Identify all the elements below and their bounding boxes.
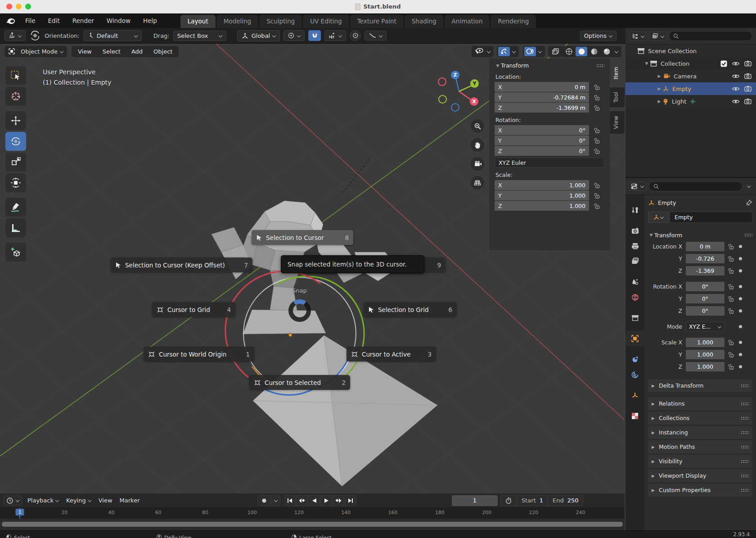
n-panel-rotation-z-field[interactable]: Z0°	[495, 146, 589, 156]
properties-tab-physics[interactable]	[626, 367, 644, 382]
auto-keying-toggle[interactable]	[257, 495, 271, 506]
play-button[interactable]	[320, 495, 332, 506]
axis-z-ball[interactable]: Z	[451, 71, 459, 79]
lock-open-icon[interactable]	[728, 308, 734, 314]
lock-open-icon[interactable]	[728, 268, 734, 274]
editor-type-dropdown[interactable]	[4, 30, 26, 41]
drag-dropdown[interactable]: Select Box	[173, 31, 226, 41]
animate-property-dot[interactable]	[739, 341, 742, 344]
disable-in-renders-toggle[interactable]	[744, 60, 752, 67]
panel-grip-icon[interactable]	[741, 474, 749, 478]
snap-settings-dropdown[interactable]	[324, 30, 346, 41]
panel-grip-icon[interactable]	[744, 233, 752, 237]
panel-grip-icon[interactable]	[741, 431, 749, 434]
animate-property-dot[interactable]	[739, 325, 742, 328]
hide-in-viewport-toggle[interactable]	[732, 73, 740, 79]
animate-property-dot[interactable]	[739, 353, 742, 356]
current-frame-field[interactable]: 1	[452, 495, 498, 506]
menu-window[interactable]: Window	[101, 15, 136, 26]
pie-item-cursor-to-selected[interactable]: Cursor to Selected2	[249, 375, 350, 390]
outliner-row-light[interactable]: ▶Light	[626, 95, 756, 108]
hide-in-viewport-toggle[interactable]	[732, 99, 740, 104]
panel-grip-icon[interactable]	[741, 460, 749, 463]
workspace-tab-texture-paint[interactable]: Texture Paint	[350, 15, 404, 28]
properties-tab-view-layer[interactable]	[626, 253, 644, 269]
xray-toggle[interactable]	[548, 46, 562, 57]
play-reverse-button[interactable]	[308, 495, 320, 506]
properties-tab-texture[interactable]	[626, 408, 644, 424]
workspace-tab-shading[interactable]: Shading	[405, 15, 444, 28]
animate-property-dot[interactable]	[739, 285, 742, 288]
pan-tool-button[interactable]	[471, 138, 484, 152]
lock-open-icon[interactable]	[594, 84, 600, 90]
properties-y-field[interactable]: 1.000	[686, 350, 724, 359]
n-panel-tab-tool[interactable]: Tool	[610, 87, 625, 107]
prev-keyframe-button[interactable]	[296, 495, 308, 506]
properties-z-field[interactable]: -1.369	[686, 266, 724, 276]
transform-panel-title[interactable]: Transform	[654, 232, 682, 239]
timeline-menu-playback[interactable]: Playback	[24, 496, 63, 505]
viewport-menu-add[interactable]: Add	[126, 47, 148, 56]
workspace-tab-animation[interactable]: Animation	[445, 15, 490, 28]
outliner-search-input[interactable]	[669, 31, 752, 41]
disclosure-right-icon[interactable]: ▶	[656, 86, 662, 91]
shading-solid-icon[interactable]	[576, 47, 587, 56]
tool-select-box-button[interactable]	[5, 66, 26, 85]
maximize-window-button[interactable]	[25, 4, 31, 9]
animate-property-dot[interactable]	[739, 297, 742, 300]
n-panel-location-y-field[interactable]: Y-0.72684 m	[495, 92, 589, 102]
axis-neg-x-ball[interactable]	[438, 77, 446, 86]
rotation-mode-dropdown[interactable]: XYZ Euler	[495, 158, 604, 167]
navigation-axis-gizmo[interactable]: Z Y X	[432, 65, 486, 119]
shading-wireframe-icon[interactable]	[563, 47, 575, 56]
panel-viewport-display[interactable]: ▶Viewport Display	[648, 469, 752, 482]
panel-motion-paths[interactable]: ▶Motion Paths	[648, 440, 752, 453]
next-keyframe-button[interactable]	[333, 495, 344, 506]
timeline-scrollbar[interactable]	[2, 522, 623, 527]
pie-item-cursor-to-world-origin[interactable]: Cursor to World Origin1	[144, 347, 254, 362]
properties-tab-render[interactable]	[626, 223, 644, 238]
properties-tab-object-data[interactable]	[626, 388, 644, 403]
workspace-tab-layout[interactable]: Layout	[180, 15, 216, 28]
workspace-tab-sculpting[interactable]: Sculpting	[259, 15, 302, 28]
pin-icon[interactable]	[746, 199, 752, 206]
panel-visibility[interactable]: ▶Visibility	[648, 455, 752, 468]
tool-move-button[interactable]	[5, 111, 26, 130]
tool-cursor-button[interactable]	[5, 87, 26, 106]
n-panel-rotation-x-field[interactable]: X0°	[495, 125, 589, 135]
properties-y-field[interactable]: -0.726	[686, 254, 724, 263]
viewport-menu-select[interactable]: Select	[97, 47, 126, 56]
n-panel-scale-z-field[interactable]: Z1.000	[495, 201, 589, 211]
camera-view-button[interactable]	[471, 157, 484, 171]
lock-open-icon[interactable]	[728, 284, 734, 289]
n-panel-tab-view[interactable]: View	[610, 111, 625, 134]
properties-mode-field[interactable]: XYZ E...	[686, 322, 724, 331]
properties-tab-world[interactable]	[626, 289, 644, 305]
lock-open-icon[interactable]	[594, 148, 600, 154]
tool-rotate-button[interactable]	[5, 132, 26, 151]
outliner-row-camera[interactable]: ▶Camera	[626, 70, 756, 82]
viewport-3d[interactable]: Object Mode ViewSelectAddObject User Per…	[0, 44, 625, 493]
animate-property-dot[interactable]	[739, 257, 742, 260]
animate-property-dot[interactable]	[739, 245, 742, 248]
properties-tab-output[interactable]	[626, 238, 644, 253]
timeline-editor-type-dropdown[interactable]	[4, 496, 22, 506]
animate-property-dot[interactable]	[739, 365, 742, 368]
frame-end-field[interactable]: End250	[548, 495, 583, 506]
jump-to-end-button[interactable]	[345, 495, 356, 506]
panel-grip-icon[interactable]	[741, 384, 749, 388]
menu-edit[interactable]: Edit	[43, 15, 65, 26]
properties-options-chevron-icon[interactable]	[747, 185, 751, 188]
hide-in-viewport-toggle[interactable]	[732, 86, 740, 92]
axis-x-ball[interactable]: X	[470, 97, 478, 106]
lock-open-icon[interactable]	[594, 203, 600, 209]
pivot-point-dropdown[interactable]	[284, 30, 305, 41]
lock-open-icon[interactable]	[594, 182, 600, 188]
panel-collections[interactable]: ▶Collections	[648, 411, 752, 425]
properties-y-field[interactable]: 0°	[686, 294, 724, 303]
properties-tab-tool[interactable]	[626, 202, 644, 217]
n-panel-location-z-field[interactable]: Z-1.3699 m	[495, 103, 589, 113]
keying-popover-button[interactable]	[271, 495, 280, 506]
properties-tab-collection[interactable]	[626, 310, 644, 326]
pie-item-selection-to-cursor-keep-offset-[interactable]: Selection to Cursor (Keep Offset)7	[111, 258, 252, 272]
